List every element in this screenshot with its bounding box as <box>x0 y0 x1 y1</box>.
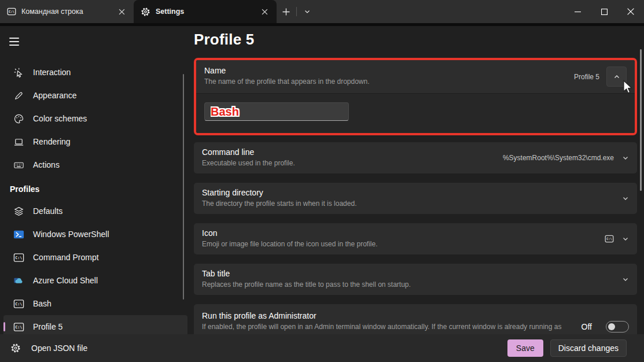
sidebar-item-defaults[interactable]: Defaults <box>3 200 187 223</box>
chevron-down-icon <box>622 276 629 283</box>
toggle-knob <box>608 323 615 330</box>
setting-description: Executable used in the profile. <box>202 158 295 168</box>
setting-title: Run this profile as Administrator <box>202 311 572 320</box>
sidebar-item-color-schemes[interactable]: Color schemes <box>3 107 187 130</box>
cmd-icon: C:\ <box>13 252 24 263</box>
sidebar-item-label: Color schemes <box>33 114 87 123</box>
rendering-icon <box>13 136 24 147</box>
selected-indicator <box>3 322 5 331</box>
sidebar-item-label: Bash <box>33 299 51 308</box>
svg-text:C:\: C:\ <box>15 325 22 330</box>
setting-title: Command line <box>202 147 295 157</box>
sidebar-item-label: Windows PowerShell <box>33 230 109 239</box>
tab-title-row[interactable]: Tab title Replaces the profile name as t… <box>194 264 637 295</box>
profiles-section-header: Profiles <box>0 176 191 200</box>
chevron-down-icon <box>622 235 629 242</box>
sidebar-item-label: Azure Cloud Shell <box>33 276 98 285</box>
maximize-icon <box>601 9 608 15</box>
powershell-icon <box>13 229 24 240</box>
sidebar-item-rendering[interactable]: Rendering <box>3 130 187 153</box>
setting-title: Starting directory <box>202 188 356 197</box>
chevron-down-icon <box>304 8 311 15</box>
sidebar-item-command-prompt[interactable]: C:\ Command Prompt <box>3 246 187 269</box>
svg-text:C:\: C:\ <box>15 302 22 306</box>
titlebar-drag-area <box>317 0 564 23</box>
sidebar-item-appearance[interactable]: Appearance <box>3 84 187 107</box>
new-tab-button[interactable] <box>277 0 295 23</box>
tab-settings[interactable]: Settings <box>134 0 277 23</box>
setting-title: Tab title <box>202 269 411 278</box>
close-icon <box>627 8 634 15</box>
profile-name-input[interactable] <box>204 102 349 121</box>
admin-toggle-switch[interactable] <box>606 321 629 333</box>
sidebar-item-bash[interactable]: C:\ Bash <box>3 292 187 315</box>
footer-bar: Open JSON file Save Discard changes <box>0 334 644 362</box>
name-expander-header[interactable]: Name The name of the profile that appear… <box>196 60 635 93</box>
starting-directory-row[interactable]: Starting directory The directory the pro… <box>194 183 637 214</box>
settings-sidebar: Interaction Appearance Color schemes Ren… <box>0 26 191 334</box>
name-expander-body <box>196 93 635 133</box>
cmd-icon: C:\ <box>13 298 24 309</box>
gear-icon <box>141 7 150 17</box>
minimize-button[interactable] <box>564 0 591 23</box>
save-button[interactable]: Save <box>507 339 543 357</box>
tab-label: Settings <box>156 8 252 16</box>
tab-command-prompt[interactable]: C:\ Командная строка <box>0 0 134 23</box>
chevron-down-icon <box>622 195 629 202</box>
cmd-icon: C:\ <box>605 234 614 243</box>
svg-text:C:\: C:\ <box>606 237 613 241</box>
open-json-file-label: Open JSON file <box>31 343 87 353</box>
discard-changes-button[interactable]: Discard changes <box>550 339 627 357</box>
gear-icon <box>10 343 21 353</box>
color-schemes-icon <box>13 113 24 124</box>
toggle-state-label: Off <box>582 322 592 331</box>
run-as-administrator-row: Run this profile as Administrator If ena… <box>194 304 637 334</box>
settings-main-panel: Profile 5 Name The name of the profile t… <box>191 26 644 334</box>
sidebar-item-actions[interactable]: Actions <box>3 153 187 176</box>
svg-text:C:\: C:\ <box>15 256 22 260</box>
sidebar-scrollbar[interactable] <box>183 74 185 300</box>
tab-dropdown-button[interactable] <box>298 0 317 23</box>
setting-description: The directory the profile starts in when… <box>202 199 356 209</box>
command-line-row[interactable]: Command line Executable used in the prof… <box>194 142 637 173</box>
layers-icon <box>13 206 24 217</box>
plus-icon <box>282 8 290 16</box>
collapse-expander-button[interactable] <box>606 67 627 87</box>
sidebar-item-label: Defaults <box>33 206 62 216</box>
sidebar-item-label: Appearance <box>33 91 77 100</box>
tab-label: Командная строка <box>21 8 109 16</box>
main-scrollbar[interactable] <box>640 49 642 191</box>
name-current-value: Profile 5 <box>574 73 599 81</box>
icon-row[interactable]: Icon Emoji or image file location of the… <box>194 223 637 254</box>
setting-description: If enabled, the profile will open in an … <box>202 322 572 334</box>
page-title: Profile 5 <box>194 31 637 49</box>
open-json-file-button[interactable]: Open JSON file <box>10 343 87 353</box>
sidebar-item-windows-powershell[interactable]: Windows PowerShell <box>3 223 187 246</box>
titlebar: C:\ Командная строка Settings <box>0 0 644 23</box>
cmd-icon: C:\ <box>13 322 24 333</box>
close-tab-icon[interactable] <box>114 4 129 19</box>
svg-text:C:\: C:\ <box>9 10 15 13</box>
name-section-annotation-border: Name The name of the profile that appear… <box>194 58 637 135</box>
sidebar-item-azure-cloud-shell[interactable]: Azure Cloud Shell <box>3 269 187 292</box>
windows-terminal-settings-window: C:\ Командная строка Settings <box>0 0 644 362</box>
sidebar-item-label: Rendering <box>33 137 71 146</box>
interaction-icon <box>13 67 24 78</box>
close-window-button[interactable] <box>617 0 644 23</box>
cmd-icon: C:\ <box>7 7 16 16</box>
sidebar-item-label: Actions <box>33 160 60 169</box>
actions-icon <box>13 160 24 171</box>
sidebar-item-interaction[interactable]: Interaction <box>3 61 187 84</box>
minimize-icon <box>575 9 581 15</box>
close-tab-icon[interactable] <box>257 4 272 19</box>
sidebar-item-label: Profile 5 <box>33 322 62 331</box>
setting-title: Icon <box>202 228 378 238</box>
setting-description: Replaces the profile name as the title t… <box>202 280 411 290</box>
sidebar-item-label: Interaction <box>33 68 71 77</box>
menu-button[interactable] <box>5 32 28 51</box>
maximize-button[interactable] <box>591 0 617 23</box>
sidebar-item-label: Command Prompt <box>33 253 99 262</box>
command-line-value: %SystemRoot%\System32\cmd.exe <box>503 154 614 162</box>
chevron-down-icon <box>622 154 629 161</box>
azure-cloud-icon <box>13 275 24 286</box>
